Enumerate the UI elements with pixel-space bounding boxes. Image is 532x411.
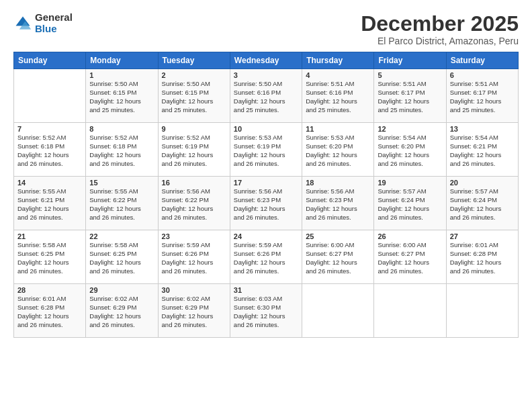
day-info: Sunrise: 5:52 AM Sunset: 6:19 PM Dayligh…: [162, 134, 226, 168]
calendar-cell: 8Sunrise: 5:52 AM Sunset: 6:18 PM Daylig…: [86, 123, 158, 177]
logo-general: General: [35, 12, 73, 24]
day-number: 17: [234, 179, 298, 187]
day-number: 21: [17, 232, 82, 240]
day-number: 2: [162, 71, 226, 79]
day-info: Sunrise: 5:52 AM Sunset: 6:18 PM Dayligh…: [89, 134, 154, 168]
day-number: 29: [89, 286, 154, 294]
day-number: 9: [162, 125, 226, 133]
day-info: Sunrise: 5:52 AM Sunset: 6:18 PM Dayligh…: [17, 134, 82, 168]
calendar-week-4: 21Sunrise: 5:58 AM Sunset: 6:25 PM Dayli…: [14, 230, 519, 284]
day-info: Sunrise: 5:54 AM Sunset: 6:20 PM Dayligh…: [378, 134, 442, 168]
day-info: Sunrise: 5:55 AM Sunset: 6:21 PM Dayligh…: [17, 187, 82, 222]
day-number: 6: [450, 71, 515, 79]
calendar-cell: 28Sunrise: 6:01 AM Sunset: 6:28 PM Dayli…: [14, 284, 86, 338]
day-number: 1: [89, 71, 154, 79]
day-number: 8: [89, 125, 154, 133]
day-number: 3: [234, 71, 298, 79]
day-info: Sunrise: 5:58 AM Sunset: 6:25 PM Dayligh…: [17, 241, 82, 275]
logo-icon: [13, 14, 32, 33]
calendar-week-1: 1Sunrise: 5:50 AM Sunset: 6:15 PM Daylig…: [14, 69, 519, 123]
day-number: 24: [234, 232, 298, 240]
day-number: 5: [378, 71, 442, 79]
day-number: 27: [450, 232, 515, 240]
day-info: Sunrise: 5:50 AM Sunset: 6:15 PM Dayligh…: [89, 80, 154, 114]
calendar-cell: 19Sunrise: 5:57 AM Sunset: 6:24 PM Dayli…: [374, 177, 446, 230]
calendar-cell: 21Sunrise: 5:58 AM Sunset: 6:25 PM Dayli…: [14, 230, 86, 284]
day-info: Sunrise: 5:51 AM Sunset: 6:17 PM Dayligh…: [378, 80, 442, 114]
day-info: Sunrise: 5:51 AM Sunset: 6:17 PM Dayligh…: [450, 80, 515, 114]
day-number: 22: [89, 232, 154, 240]
calendar-cell: 25Sunrise: 6:00 AM Sunset: 6:27 PM Dayli…: [302, 230, 374, 284]
calendar-cell: 29Sunrise: 6:02 AM Sunset: 6:29 PM Dayli…: [86, 284, 158, 338]
calendar-cell: 15Sunrise: 5:55 AM Sunset: 6:22 PM Dayli…: [86, 177, 158, 230]
day-info: Sunrise: 6:02 AM Sunset: 6:29 PM Dayligh…: [89, 295, 154, 329]
header-friday: Friday: [374, 52, 446, 69]
calendar-body: 1Sunrise: 5:50 AM Sunset: 6:15 PM Daylig…: [14, 69, 519, 338]
header-sunday: Sunday: [14, 52, 86, 69]
calendar-cell: [14, 69, 86, 123]
calendar-week-2: 7Sunrise: 5:52 AM Sunset: 6:18 PM Daylig…: [14, 123, 519, 177]
calendar-cell: [374, 284, 446, 338]
calendar-cell: 1Sunrise: 5:50 AM Sunset: 6:15 PM Daylig…: [86, 69, 158, 123]
header-tuesday: Tuesday: [158, 52, 230, 69]
calendar-title: December 2025: [361, 12, 519, 36]
day-info: Sunrise: 5:50 AM Sunset: 6:15 PM Dayligh…: [162, 80, 226, 114]
day-info: Sunrise: 6:01 AM Sunset: 6:28 PM Dayligh…: [17, 295, 82, 329]
day-number: 30: [162, 286, 226, 294]
day-info: Sunrise: 5:56 AM Sunset: 6:23 PM Dayligh…: [306, 187, 370, 222]
calendar-table: Sunday Monday Tuesday Wednesday Thursday…: [13, 52, 519, 338]
logo: General Blue: [13, 12, 73, 34]
calendar-cell: 23Sunrise: 5:59 AM Sunset: 6:26 PM Dayli…: [158, 230, 230, 284]
calendar-cell: 13Sunrise: 5:54 AM Sunset: 6:21 PM Dayli…: [446, 123, 518, 177]
calendar-cell: 20Sunrise: 5:57 AM Sunset: 6:24 PM Dayli…: [446, 177, 518, 230]
calendar-cell: 14Sunrise: 5:55 AM Sunset: 6:21 PM Dayli…: [14, 177, 86, 230]
calendar-cell: [446, 284, 518, 338]
day-number: 19: [378, 179, 442, 187]
day-info: Sunrise: 5:59 AM Sunset: 6:26 PM Dayligh…: [162, 241, 226, 275]
header-wednesday: Wednesday: [230, 52, 302, 69]
day-number: 15: [89, 179, 154, 187]
calendar-cell: 7Sunrise: 5:52 AM Sunset: 6:18 PM Daylig…: [14, 123, 86, 177]
calendar-cell: 16Sunrise: 5:56 AM Sunset: 6:22 PM Dayli…: [158, 177, 230, 230]
day-number: 18: [306, 179, 370, 187]
page: General Blue December 2025 El Parco Dist…: [0, 0, 532, 411]
day-number: 16: [162, 179, 226, 187]
calendar-cell: 22Sunrise: 5:58 AM Sunset: 6:25 PM Dayli…: [86, 230, 158, 284]
day-info: Sunrise: 6:02 AM Sunset: 6:29 PM Dayligh…: [162, 295, 226, 329]
day-number: 20: [450, 179, 515, 187]
day-info: Sunrise: 5:53 AM Sunset: 6:20 PM Dayligh…: [306, 134, 370, 168]
day-info: Sunrise: 5:53 AM Sunset: 6:19 PM Dayligh…: [234, 134, 298, 168]
day-info: Sunrise: 6:00 AM Sunset: 6:27 PM Dayligh…: [378, 241, 442, 275]
day-info: Sunrise: 5:57 AM Sunset: 6:24 PM Dayligh…: [378, 187, 442, 222]
calendar-cell: 24Sunrise: 5:59 AM Sunset: 6:26 PM Dayli…: [230, 230, 302, 284]
day-number: 14: [17, 179, 82, 187]
day-info: Sunrise: 5:57 AM Sunset: 6:24 PM Dayligh…: [450, 187, 515, 222]
calendar-cell: [302, 284, 374, 338]
calendar-cell: 18Sunrise: 5:56 AM Sunset: 6:23 PM Dayli…: [302, 177, 374, 230]
calendar-cell: 10Sunrise: 5:53 AM Sunset: 6:19 PM Dayli…: [230, 123, 302, 177]
calendar-cell: 3Sunrise: 5:50 AM Sunset: 6:16 PM Daylig…: [230, 69, 302, 123]
day-number: 11: [306, 125, 370, 133]
day-info: Sunrise: 5:50 AM Sunset: 6:16 PM Dayligh…: [234, 80, 298, 114]
calendar-cell: 9Sunrise: 5:52 AM Sunset: 6:19 PM Daylig…: [158, 123, 230, 177]
calendar-cell: 27Sunrise: 6:01 AM Sunset: 6:28 PM Dayli…: [446, 230, 518, 284]
calendar-cell: 6Sunrise: 5:51 AM Sunset: 6:17 PM Daylig…: [446, 69, 518, 123]
calendar-subtitle: El Parco District, Amazonas, Peru: [361, 36, 519, 46]
calendar-cell: 11Sunrise: 5:53 AM Sunset: 6:20 PM Dayli…: [302, 123, 374, 177]
calendar-week-5: 28Sunrise: 6:01 AM Sunset: 6:28 PM Dayli…: [14, 284, 519, 338]
day-number: 13: [450, 125, 515, 133]
calendar-cell: 12Sunrise: 5:54 AM Sunset: 6:20 PM Dayli…: [374, 123, 446, 177]
calendar-cell: 31Sunrise: 6:03 AM Sunset: 6:30 PM Dayli…: [230, 284, 302, 338]
day-info: Sunrise: 6:03 AM Sunset: 6:30 PM Dayligh…: [234, 295, 298, 329]
day-number: 12: [378, 125, 442, 133]
day-info: Sunrise: 5:54 AM Sunset: 6:21 PM Dayligh…: [450, 134, 515, 168]
day-number: 7: [17, 125, 82, 133]
calendar-cell: 17Sunrise: 5:56 AM Sunset: 6:23 PM Dayli…: [230, 177, 302, 230]
day-number: 4: [306, 71, 370, 79]
day-number: 10: [234, 125, 298, 133]
calendar-cell: 26Sunrise: 6:00 AM Sunset: 6:27 PM Dayli…: [374, 230, 446, 284]
header: General Blue December 2025 El Parco Dist…: [13, 12, 519, 46]
day-info: Sunrise: 5:58 AM Sunset: 6:25 PM Dayligh…: [89, 241, 154, 275]
header-saturday: Saturday: [446, 52, 518, 69]
day-info: Sunrise: 5:51 AM Sunset: 6:16 PM Dayligh…: [306, 80, 370, 114]
